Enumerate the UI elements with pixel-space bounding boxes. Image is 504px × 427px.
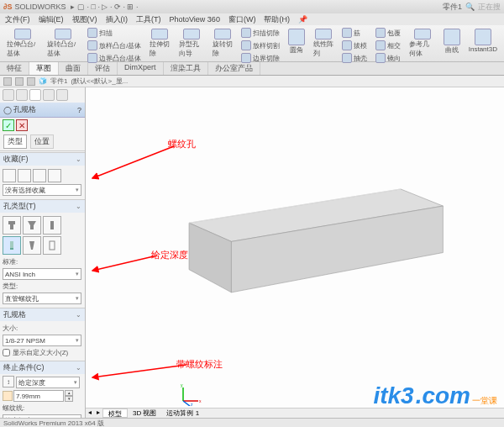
orientation-triad: y x z [178, 381, 203, 406]
rib-button[interactable]: 筋 [340, 27, 369, 39]
section-endcond[interactable]: 终止条件(C)⌄ [0, 361, 85, 374]
ok-button[interactable]: ✓ [3, 119, 14, 131]
refgeom-button[interactable]: 参考几何体 [406, 27, 438, 60]
loft-boss-button[interactable]: 放样凸台/基体 [86, 40, 143, 51]
hole-wizard-button[interactable]: 异型孔向导 [176, 27, 207, 60]
holetype-tapered-tap[interactable] [23, 236, 41, 255]
panel-tab[interactable] [56, 89, 68, 101]
holetype-hole[interactable] [43, 216, 61, 235]
nav-icon[interactable] [27, 77, 35, 86]
revolve-cut-button[interactable]: 旋转切除 [209, 27, 236, 60]
tab-render[interactable]: 渲染工具 [164, 62, 208, 75]
holetype-countersink[interactable] [23, 216, 41, 235]
panel-tab[interactable] [43, 89, 55, 101]
sweep-cut-button[interactable]: 扫描切除 [239, 27, 281, 39]
menu-help[interactable]: 帮助(H) [264, 14, 290, 25]
spin-up[interactable]: ▴ [65, 390, 73, 396]
tab-surface[interactable]: 曲面 [59, 62, 88, 75]
extrude-boss-button[interactable]: 拉伸凸台/基体 [3, 27, 42, 60]
bottom-tab-3dview[interactable]: 3D 视图 [128, 409, 161, 418]
direction-toggle[interactable]: ↕ [3, 376, 14, 387]
menu-window[interactable]: 窗口(W) [228, 14, 256, 25]
menu-photoview[interactable]: PhotoView 360 [170, 15, 220, 24]
svg-rect-3 [30, 225, 34, 229]
breadcrumb-doc[interactable]: 零件1 [50, 76, 67, 86]
spin-down[interactable]: ▾ [65, 396, 73, 402]
favorite-dropdown[interactable]: 没有选择收藏▾ [3, 184, 81, 196]
tab-office[interactable]: 办公室产品 [208, 62, 260, 75]
menu-pin-icon[interactable]: 📌 [298, 15, 307, 24]
menu-edit[interactable]: 编辑(E) [39, 14, 64, 25]
fav-btn[interactable] [33, 169, 46, 182]
intersect-button[interactable]: 相交 [374, 40, 402, 51]
subtab-type[interactable]: 类型 [3, 134, 27, 149]
section-favorite[interactable]: 收藏(F)⌄ [0, 153, 85, 166]
shell-button[interactable]: 抽壳 [340, 52, 369, 64]
next-tab-icon[interactable]: ▸ [94, 409, 102, 418]
property-panel: ◯ 孔规格 ? ✓ ✕ 类型 位置 收藏(F)⌄ 没有选择收藏▾ [0, 87, 86, 418]
menu-insert[interactable]: 插入(I) [106, 14, 129, 25]
menu-file[interactable]: 文件(F) [5, 14, 30, 25]
title-bar: ∂S SOLIDWORKS ▸ ▢ · □ · ▷ · ⟳ · ⊞ · 零件1 … [0, 0, 504, 13]
search-field[interactable]: 正在搜 [478, 2, 501, 13]
tab-sketch[interactable]: 草图 [29, 62, 59, 75]
panel-tab[interactable] [16, 89, 28, 101]
loft-cut-button[interactable]: 放样切割 [239, 40, 281, 51]
type-label: 类型: [3, 281, 82, 292]
nav-icon[interactable] [3, 77, 12, 86]
holetype-straight-tap[interactable] [3, 236, 21, 255]
section-holespec[interactable]: 孔规格⌄ [0, 308, 85, 321]
standard-dropdown[interactable]: ANSI Inch▾ [3, 268, 81, 280]
menu-tools[interactable]: 工具(T) [136, 14, 161, 25]
model-render [86, 87, 504, 418]
ribbon: 拉伸凸台/基体 旋转凸台/基体 扫描 放样凸台/基体 边界凸台/基体 拉伸切除 … [0, 25, 504, 62]
graphics-viewport[interactable]: 螺纹孔 给定深度 带螺纹标注 y x z ◂ ▸ 模型 3D 视图 运动算例 1… [86, 87, 504, 418]
type-dropdown[interactable]: 直管螺纹孔▾ [3, 293, 81, 304]
prev-tab-icon[interactable]: ◂ [86, 409, 94, 418]
curves-button[interactable]: 曲线 [440, 27, 464, 60]
holetype-counterbore[interactable] [3, 216, 21, 235]
subtab-position[interactable]: 位置 [30, 134, 54, 149]
fav-btn[interactable] [48, 169, 61, 182]
svg-line-20 [183, 401, 190, 406]
svg-text:y: y [181, 382, 183, 387]
svg-marker-6 [29, 241, 34, 250]
command-tabs: 特征 草图 曲面 评估 DimXpert 渲染工具 办公室产品 [0, 62, 504, 76]
endcond-dropdown[interactable]: 给定深度▾ [16, 377, 80, 388]
holetype-legacy[interactable] [43, 236, 61, 255]
pattern-button[interactable]: 线性阵列 [310, 27, 337, 60]
wrap-button[interactable]: 包覆 [374, 27, 402, 39]
panel-title: ◯ 孔规格 ? [0, 103, 85, 118]
fav-btn[interactable] [18, 169, 31, 182]
breadcrumb-state: (默认<<默认>_显... [71, 76, 128, 86]
instant3d-button[interactable]: Instant3D [465, 27, 501, 60]
quicklaunch[interactable]: ▸ ▢ · □ · ▷ · ⟳ · ⊞ · [71, 3, 138, 11]
nav-icon[interactable] [15, 77, 24, 86]
tab-feature[interactable]: 特征 [0, 62, 29, 75]
menu-view[interactable]: 视图(V) [72, 14, 97, 25]
size-dropdown[interactable]: 1/8-27 NPSM▾ [3, 335, 81, 346]
help-icon[interactable]: ? [77, 106, 81, 114]
standard-label: 标准: [3, 256, 82, 267]
svg-rect-0 [8, 221, 15, 224]
size-label: 大小: [3, 323, 82, 334]
tab-evaluate[interactable]: 评估 [88, 62, 118, 75]
sweep-boss-button[interactable]: 扫描 [86, 27, 143, 39]
revolve-boss-button[interactable]: 旋转凸台/基体 [44, 27, 82, 60]
extrude-cut-button[interactable]: 拉伸切除 [146, 27, 173, 60]
custom-size-checkbox[interactable]: 显示自定义大小(Z) [3, 347, 82, 358]
cancel-button[interactable]: ✕ [16, 119, 28, 131]
panel-tab[interactable] [3, 89, 14, 101]
fillet-button[interactable]: 圆角 [285, 27, 308, 60]
tab-dimxpert[interactable]: DimXpert [118, 62, 164, 75]
depth-input[interactable]: 7.99mm [13, 390, 64, 402]
bottom-tab-model[interactable]: 模型 [102, 409, 128, 418]
annotation-thread-hole: 螺纹孔 [168, 138, 196, 150]
draft-button[interactable]: 拔模 [340, 40, 369, 51]
search-icon: 🔍 [465, 3, 475, 11]
panel-tab[interactable] [29, 89, 41, 101]
section-holetype[interactable]: 孔类型(T)⌄ [0, 200, 85, 213]
mirror-button[interactable]: 镜向 [374, 52, 402, 64]
bottom-tab-study[interactable]: 运动算例 1 [161, 409, 204, 418]
fav-btn[interactable] [3, 169, 16, 182]
